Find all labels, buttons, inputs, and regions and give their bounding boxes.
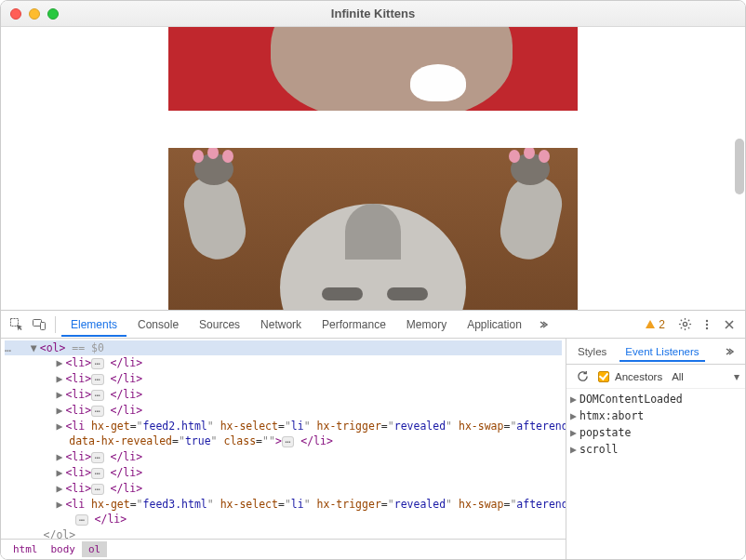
dom-line[interactable]: ▶<li>⋯ </li> <box>5 465 562 481</box>
side-tabbar: Styles Event Listeners <box>566 339 745 365</box>
dom-line[interactable]: </ol> <box>5 527 562 539</box>
svg-line-9 <box>687 327 688 328</box>
ancestors-checkbox[interactable] <box>598 371 609 382</box>
dom-line[interactable]: ▶<li>⋯ </li> <box>5 403 562 419</box>
listener-scope-select[interactable]: All <box>672 371 684 382</box>
side-tab-styles[interactable]: Styles <box>572 341 612 362</box>
styles-panel: Styles Event Listeners Ancestors All ▾ ▶… <box>566 339 745 559</box>
breadcrumb-item[interactable]: html <box>7 541 45 557</box>
event-listener-row[interactable]: ▶popstate <box>570 424 741 441</box>
device-toolbar-icon[interactable] <box>29 314 49 335</box>
event-listener-row[interactable]: ▶DOMContentLoaded <box>570 391 741 407</box>
page-viewport[interactable] <box>1 27 745 310</box>
event-listeners-list[interactable]: ▶DOMContentLoaded▶htmx:abort▶popstate▶sc… <box>566 389 745 559</box>
dom-line[interactable]: ▶<li>⋯ </li> <box>5 449 562 465</box>
svg-point-14 <box>706 327 708 328</box>
page-scrollbar[interactable] <box>735 139 744 194</box>
svg-line-11 <box>687 320 688 321</box>
window-title: Infinite Kittens <box>1 7 745 20</box>
inspect-element-icon[interactable] <box>7 314 27 335</box>
svg-point-12 <box>706 319 708 321</box>
dom-line[interactable]: ▶<li>⋯ </li> <box>5 355 562 371</box>
tab-performance[interactable]: Performance <box>313 313 395 337</box>
dom-tree[interactable]: … ▼<ol> == $0 ▶<li>⋯ </li> ▶<li>⋯ </li> … <box>1 339 566 539</box>
tab-memory[interactable]: Memory <box>397 313 456 337</box>
titlebar: Infinite Kittens <box>1 1 745 27</box>
tab-console[interactable]: Console <box>128 313 188 337</box>
tab-network[interactable]: Network <box>251 313 311 337</box>
devtools-body: … ▼<ol> == $0 ▶<li>⋯ </li> ▶<li>⋯ </li> … <box>1 339 745 559</box>
warnings-badge[interactable]: 2 <box>646 318 665 331</box>
listeners-toolbar: Ancestors All ▾ <box>566 365 745 389</box>
kebab-menu-icon[interactable] <box>697 314 717 335</box>
dom-line[interactable]: ⋯ </li> <box>5 512 562 527</box>
devtools-tabbar: Elements Console Sources Network Perform… <box>1 311 745 339</box>
app-window: Infinite Kittens <box>0 0 746 560</box>
dom-line[interactable]: ▶<li hx-get="feed3.html" hx-select="li" … <box>5 497 562 512</box>
dom-panel: … ▼<ol> == $0 ▶<li>⋯ </li> ▶<li>⋯ </li> … <box>1 339 566 559</box>
dom-line[interactable]: ▶<li>⋯ </li> <box>5 387 562 403</box>
refresh-icon[interactable] <box>572 367 593 387</box>
event-listener-row[interactable]: ▶scroll <box>570 441 741 458</box>
dom-line[interactable]: ▶<li>⋯ </li> <box>5 371 562 387</box>
dom-line[interactable]: … ▼<ol> == $0 <box>5 340 562 355</box>
tab-sources[interactable]: Sources <box>190 313 249 337</box>
feed-image <box>168 148 578 310</box>
breadcrumb-item[interactable]: ol <box>82 541 107 557</box>
svg-rect-2 <box>41 322 46 329</box>
settings-icon[interactable] <box>674 314 695 335</box>
dom-line[interactable]: ▶<li>⋯ </li> <box>5 481 562 497</box>
devtools-panel: Elements Console Sources Network Perform… <box>1 310 745 559</box>
tab-application[interactable]: Application <box>458 313 531 337</box>
chevron-down-icon: ▾ <box>734 370 739 383</box>
image-feed <box>168 27 578 310</box>
tab-elements[interactable]: Elements <box>61 313 127 337</box>
more-tabs-icon[interactable] <box>533 314 553 335</box>
warning-icon <box>646 320 655 328</box>
dom-line[interactable]: data-hx-revealed="true" class="">⋯ </li> <box>5 433 562 449</box>
breadcrumb: html body ol <box>1 539 566 559</box>
more-side-tabs-icon[interactable] <box>719 341 739 362</box>
side-tab-event-listeners[interactable]: Event Listeners <box>619 341 704 362</box>
content-area: Elements Console Sources Network Perform… <box>1 27 745 559</box>
svg-point-13 <box>706 323 708 325</box>
close-devtools-icon[interactable] <box>719 314 739 335</box>
event-listener-row[interactable]: ▶htmx:abort <box>570 407 741 424</box>
svg-line-10 <box>680 327 681 328</box>
feed-image <box>168 27 578 111</box>
svg-point-3 <box>683 322 686 326</box>
warning-count: 2 <box>659 318 665 331</box>
svg-line-8 <box>680 320 681 321</box>
ancestors-label: Ancestors <box>615 371 662 382</box>
breadcrumb-item[interactable]: body <box>45 541 83 557</box>
dom-line[interactable]: ▶<li hx-get="feed2.html" hx-select="li" … <box>5 419 562 433</box>
